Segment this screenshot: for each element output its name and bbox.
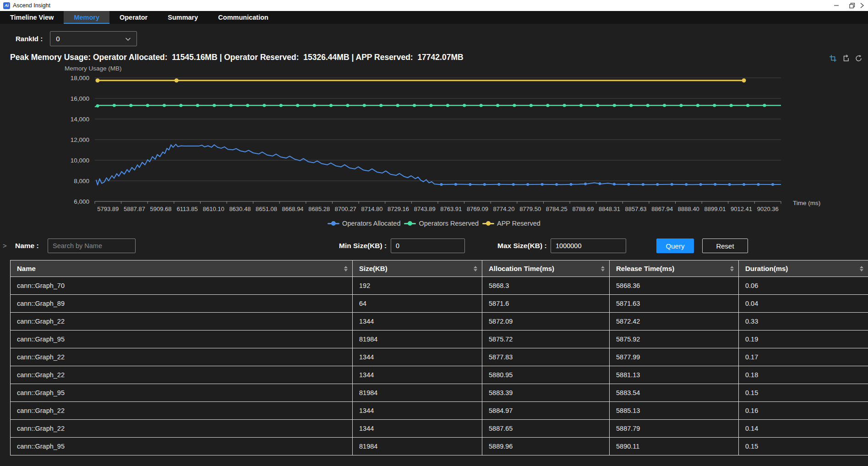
- table-row: cann::Graph_89645871.65871.630.04: [11, 295, 868, 313]
- table-row: cann::Graph_95819845889.965890.110.15: [11, 438, 868, 455]
- restore-icon[interactable]: [854, 54, 863, 62]
- expand-panel-chevron-icon[interactable]: >: [3, 242, 7, 249]
- table-cell: 0.06: [739, 277, 868, 295]
- svg-text:8,000: 8,000: [74, 178, 89, 184]
- column-header-allocation-time[interactable]: Allocation Time(ms): [482, 260, 610, 277]
- min-size-input[interactable]: [391, 238, 465, 253]
- titlebar: Ai Ascend Insight: [0, 0, 868, 11]
- svg-text:9012.41: 9012.41: [731, 206, 752, 212]
- close-button[interactable]: [860, 0, 868, 11]
- tab-communication[interactable]: Communication: [208, 11, 278, 24]
- svg-text:8857.63: 8857.63: [625, 206, 647, 212]
- svg-text:8714.80: 8714.80: [361, 206, 382, 212]
- svg-text:14,000: 14,000: [71, 116, 89, 123]
- chart-legend: Operators Allocated Operators Reserved A…: [0, 220, 868, 227]
- tab-summary[interactable]: Summary: [158, 11, 208, 24]
- table-cell: 1344: [353, 366, 482, 384]
- main-tabbar: Timeline View Memory Operator Summary Co…: [0, 11, 868, 24]
- table-row: cann::Graph_2213445872.095872.420.33: [11, 313, 868, 331]
- table-body: cann::Graph_701925868.35868.360.06cann::…: [11, 277, 868, 455]
- table-row: cann::Graph_2213445880.955881.130.18: [11, 366, 868, 384]
- table-row: cann::Graph_701925868.35868.360.06: [11, 277, 868, 295]
- query-button[interactable]: Query: [656, 238, 694, 253]
- legend-operators-allocated[interactable]: Operators Allocated: [328, 220, 400, 227]
- peak-memory-summary: Peak Memory Usage: Operator Allocated: 1…: [10, 53, 868, 62]
- svg-text:Memory Usage (MB): Memory Usage (MB): [65, 65, 122, 72]
- legend-operators-reserved[interactable]: Operators Reserved: [404, 220, 479, 227]
- svg-text:9020.36: 9020.36: [757, 206, 779, 212]
- legend-marker-reserved: [404, 221, 416, 226]
- svg-text:8610.10: 8610.10: [203, 206, 224, 212]
- restore-button[interactable]: [844, 0, 860, 11]
- memory-table-wrap: Name Size(KB) Allocation Time(ms) Releas…: [10, 260, 868, 455]
- table-cell: cann::Graph_22: [11, 420, 353, 438]
- series-operators-reserved: [95, 104, 781, 108]
- table-cell: 5868.36: [610, 277, 739, 295]
- reset-button[interactable]: Reset: [702, 238, 748, 253]
- max-size-input[interactable]: [551, 238, 626, 253]
- zoom-select-icon[interactable]: [829, 54, 837, 62]
- table-cell: 5875.92: [610, 331, 739, 348]
- series-operators-allocated: [96, 144, 781, 186]
- table-cell: 0.15: [739, 438, 868, 455]
- chevron-down-icon: [125, 35, 131, 43]
- table-cell: 81984: [353, 331, 482, 348]
- table-header-row: Name Size(KB) Allocation Time(ms) Releas…: [11, 260, 868, 277]
- table-cell: 0.04: [739, 295, 868, 313]
- table-cell: 1344: [353, 313, 482, 331]
- column-header-size[interactable]: Size(KB): [353, 260, 482, 277]
- column-header-duration[interactable]: Duration(ms): [739, 260, 868, 277]
- legend-label-allocated: Operators Allocated: [342, 220, 400, 227]
- sort-icon[interactable]: [474, 266, 477, 271]
- column-header-release-time[interactable]: Release Time(ms): [610, 260, 739, 277]
- series-app-reserved: [96, 78, 746, 82]
- table-row: cann::Graph_2213445877.835877.990.17: [11, 348, 868, 366]
- svg-text:8899.01: 8899.01: [704, 206, 726, 212]
- table-cell: cann::Graph_95: [11, 438, 353, 455]
- svg-text:5887.87: 5887.87: [124, 206, 145, 212]
- table-cell: 5868.3: [482, 277, 610, 295]
- table-cell: 1344: [353, 348, 482, 366]
- tab-timeline-view[interactable]: Timeline View: [0, 11, 64, 24]
- min-size-label: Min Size(KB) :: [339, 238, 387, 254]
- table-cell: 5872.09: [482, 313, 610, 331]
- table-cell: 5884.97: [482, 402, 610, 420]
- table-cell: cann::Graph_22: [11, 348, 353, 366]
- name-search-input[interactable]: [48, 238, 136, 253]
- app-window: Ai Ascend Insight Timeline View Memory O…: [0, 0, 868, 466]
- app-title: Ascend Insight: [13, 2, 50, 9]
- svg-text:12,000: 12,000: [71, 136, 89, 143]
- legend-marker-app: [482, 221, 494, 226]
- column-header-name[interactable]: Name: [11, 260, 353, 277]
- legend-app-reserved[interactable]: APP Reserved: [482, 220, 540, 227]
- legend-marker-allocated: [328, 221, 339, 226]
- svg-text:8729.16: 8729.16: [388, 206, 409, 212]
- svg-text:8630.48: 8630.48: [229, 206, 251, 212]
- name-filter-label: Name :: [15, 238, 39, 254]
- rankid-select[interactable]: 0: [50, 31, 137, 46]
- table-cell: 5872.42: [610, 313, 739, 331]
- table-cell: 5880.95: [482, 366, 610, 384]
- table-cell: 0.16: [739, 402, 868, 420]
- svg-text:16,000: 16,000: [71, 95, 89, 102]
- svg-text:8700.27: 8700.27: [335, 206, 356, 212]
- table-cell: 81984: [353, 438, 482, 455]
- table-cell: 5890.11: [610, 438, 739, 455]
- sort-icon[interactable]: [730, 266, 734, 271]
- zoom-back-icon[interactable]: [841, 54, 850, 62]
- tab-operator[interactable]: Operator: [109, 11, 158, 24]
- table-cell: 5877.83: [482, 348, 610, 366]
- svg-text:8743.89: 8743.89: [414, 206, 436, 212]
- table-row: cann::Graph_2213445887.655887.790.14: [11, 420, 868, 438]
- tab-memory[interactable]: Memory: [64, 11, 109, 24]
- svg-text:8888.40: 8888.40: [678, 206, 699, 212]
- sort-icon[interactable]: [344, 266, 348, 271]
- sort-icon[interactable]: [860, 266, 863, 271]
- table-cell: cann::Graph_22: [11, 313, 353, 331]
- close-icon: [860, 3, 865, 8]
- table-cell: 5889.96: [482, 438, 610, 455]
- sort-icon[interactable]: [601, 266, 605, 271]
- minimize-button[interactable]: [829, 0, 844, 11]
- max-size-label: Max Size(KB) :: [497, 238, 547, 254]
- filter-row: > Name : Min Size(KB) : Max Size(KB) : Q…: [0, 238, 868, 254]
